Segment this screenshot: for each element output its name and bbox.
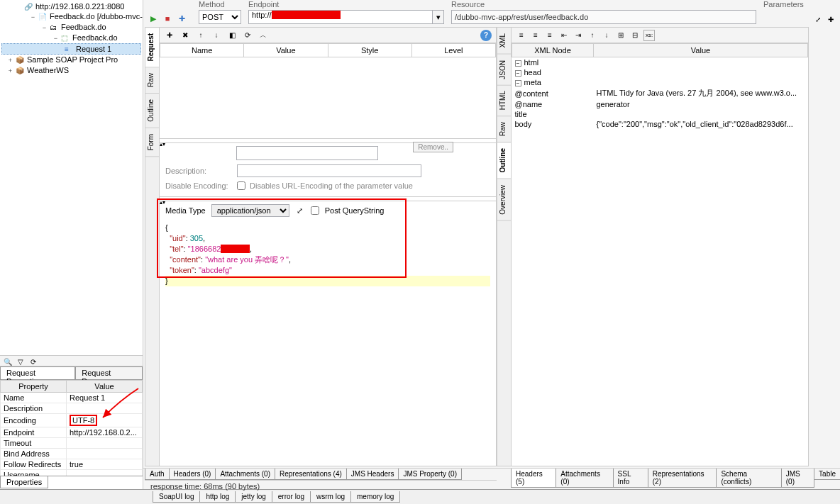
vtab-resp-raw[interactable]: Raw xyxy=(497,116,511,142)
link-icon: 🔗 xyxy=(24,3,34,11)
sync-icon[interactable]: ⟳ xyxy=(28,357,38,366)
chevron-up-icon[interactable]: ︿ xyxy=(258,30,269,41)
prop-encoding-key: Encoding xyxy=(1,414,67,427)
resource-input[interactable] xyxy=(451,10,756,24)
post-querystring-checkbox[interactable] xyxy=(311,206,319,215)
add-param-icon[interactable]: ✚ xyxy=(164,30,175,41)
media-type-select[interactable]: application/json xyxy=(211,204,289,217)
vtab-xml[interactable]: XML xyxy=(497,28,511,55)
tree-node-project[interactable]: −📄Feedback.do [/dubbo-mvc-a xyxy=(1,11,141,22)
log-memory[interactable]: memory log xyxy=(350,491,400,503)
expand-icon[interactable]: ⤢ xyxy=(295,206,305,215)
ftab-attach[interactable]: Attachments (0) xyxy=(215,469,275,480)
log-http[interactable]: http log xyxy=(199,491,236,503)
run-button[interactable]: ▶ xyxy=(148,13,159,24)
tree-node-weather[interactable]: +📦WeatherWS xyxy=(1,65,141,76)
nav-bottom-tabs: Properties xyxy=(0,476,143,489)
vtab-raw[interactable]: Raw xyxy=(145,67,159,94)
ftab-schema[interactable]: Schema (conflicts) xyxy=(716,469,781,488)
tree-node-resource[interactable]: −🗂Feedback.do xyxy=(1,22,141,33)
vtab-resp-outline[interactable]: Outline xyxy=(497,142,511,179)
request-body-editor[interactable]: { "uid": 305, "tel": "1866682XXXXX", "co… xyxy=(160,220,496,466)
ftab-auth[interactable]: Auth xyxy=(145,469,170,480)
description-label: Description: xyxy=(165,167,233,175)
help-icon[interactable]: ? xyxy=(480,30,492,41)
sort-asc-icon[interactable]: ↑ xyxy=(587,30,598,41)
param-selector[interactable] xyxy=(236,146,378,160)
prop-timeout-val[interactable] xyxy=(67,438,143,449)
description-input[interactable] xyxy=(237,164,421,177)
properties-table[interactable]: PropertyValue NameRequest 1 Description … xyxy=(0,380,143,476)
method-select[interactable]: POST xyxy=(199,10,241,24)
prop-bind-val[interactable] xyxy=(67,449,143,459)
align-left-icon[interactable]: ≡ xyxy=(516,30,527,41)
tab-request-params[interactable]: Request Params xyxy=(75,366,143,379)
clear-icon[interactable]: ◧ xyxy=(226,30,238,41)
ftab-headers[interactable]: Headers (0) xyxy=(169,469,216,480)
remove-param-button[interactable]: Remove.. xyxy=(413,142,453,152)
ftab-resp-repr[interactable]: Representations (2) xyxy=(648,469,717,488)
vtab-outline[interactable]: Outline xyxy=(145,94,159,128)
tab-request-properties[interactable]: Request Properties xyxy=(0,366,75,379)
update-icon[interactable]: ⟳ xyxy=(242,30,253,41)
vtab-form[interactable]: Form xyxy=(145,128,159,157)
log-wsrm[interactable]: wsrm log xyxy=(310,491,351,503)
prop-endpoint-val[interactable]: http://192.168.0.2... xyxy=(67,427,143,438)
ftab-resp-headers[interactable]: Headers (5) xyxy=(511,469,556,488)
resource-label: Resource xyxy=(451,0,756,9)
add-assertion-button[interactable]: ✚ xyxy=(176,13,187,24)
search-icon[interactable]: 🔍 xyxy=(3,357,13,366)
request-toolbar: ✚ ✖ ↑ ↓ ◧ ⟳ ︿ ? xyxy=(160,28,496,43)
col-name[interactable]: Name xyxy=(160,44,244,57)
expand-all-icon[interactable]: ⊞ xyxy=(615,30,626,41)
disable-encoding-checkbox[interactable] xyxy=(237,181,245,190)
stop-button[interactable]: ■ xyxy=(162,13,173,24)
endpoint-dropdown-icon[interactable]: ▾ xyxy=(433,10,444,24)
log-soapui[interactable]: SoapUI log xyxy=(153,491,200,503)
prop-encoding-val[interactable]: UTF-8 xyxy=(67,414,143,427)
align-right-icon[interactable]: ≡ xyxy=(544,30,556,41)
log-error[interactable]: error log xyxy=(272,491,311,503)
log-jetty[interactable]: jetty log xyxy=(235,491,272,503)
request-params-table[interactable]: Name Value Style Level xyxy=(160,43,496,139)
outdent-icon[interactable]: ⇤ xyxy=(558,30,570,41)
tree-node-request[interactable]: ≡Request 1 xyxy=(1,43,141,55)
sort-desc-icon[interactable]: ↓ xyxy=(601,30,612,41)
tree-node-endpoint[interactable]: 🔗http://192.168.0.221:8080 xyxy=(1,1,141,11)
response-outline-tree[interactable]: XML NodeValue −html −head −meta @content… xyxy=(512,43,808,466)
param-add-icon[interactable]: ✚ xyxy=(826,14,836,24)
ftab-ssl[interactable]: SSL Info xyxy=(613,469,648,488)
vtab-html[interactable]: HTML xyxy=(497,85,511,116)
vtab-request[interactable]: Request xyxy=(145,28,159,67)
xs-tag-icon[interactable]: xs: xyxy=(643,30,655,41)
col-value[interactable]: Value xyxy=(244,44,328,57)
move-up-icon[interactable]: ↑ xyxy=(195,30,206,41)
ftab-repr[interactable]: Representations (4) xyxy=(275,469,347,480)
vtab-json[interactable]: JSON xyxy=(497,55,511,86)
tab-properties[interactable]: Properties xyxy=(0,476,48,488)
prop-description-val[interactable] xyxy=(67,403,143,414)
ftab-table[interactable]: Table xyxy=(814,469,840,480)
remove-param-icon[interactable]: ✖ xyxy=(179,30,191,41)
col-style[interactable]: Style xyxy=(328,44,411,57)
prop-follow-val[interactable]: true xyxy=(67,459,143,470)
prop-name-val[interactable]: Request 1 xyxy=(67,393,143,403)
ftab-jmsh[interactable]: JMS Headers xyxy=(346,469,399,480)
endpoint-input[interactable]: http://192.168.0.221:8080 xyxy=(248,10,433,24)
vtab-overview[interactable]: Overview xyxy=(497,179,511,221)
move-down-icon[interactable]: ↓ xyxy=(211,30,222,41)
tree-node-method[interactable]: −⬚Feedback.do xyxy=(1,33,141,43)
project-tree[interactable]: 🔗http://192.168.0.221:8080 −📄Feedback.do… xyxy=(0,0,143,355)
ftab-jmsp[interactable]: JMS Property (0) xyxy=(398,469,462,480)
align-center-icon[interactable]: ≡ xyxy=(530,30,541,41)
tree-node-soap[interactable]: +📦Sample SOAP Project Pro xyxy=(1,55,141,65)
parameters-label: Parameters xyxy=(763,0,804,9)
ftab-jms[interactable]: JMS (0) xyxy=(781,469,814,488)
collapse-all-icon[interactable]: ⊟ xyxy=(629,30,641,41)
filter-icon[interactable]: ▽ xyxy=(16,357,26,366)
indent-icon[interactable]: ⇥ xyxy=(573,30,584,41)
param-toggle-icon[interactable]: ⤢ xyxy=(813,14,823,24)
ftab-resp-attach[interactable]: Attachments (0) xyxy=(556,469,613,488)
col-level[interactable]: Level xyxy=(411,44,495,57)
prop-user-val[interactable] xyxy=(67,470,143,476)
